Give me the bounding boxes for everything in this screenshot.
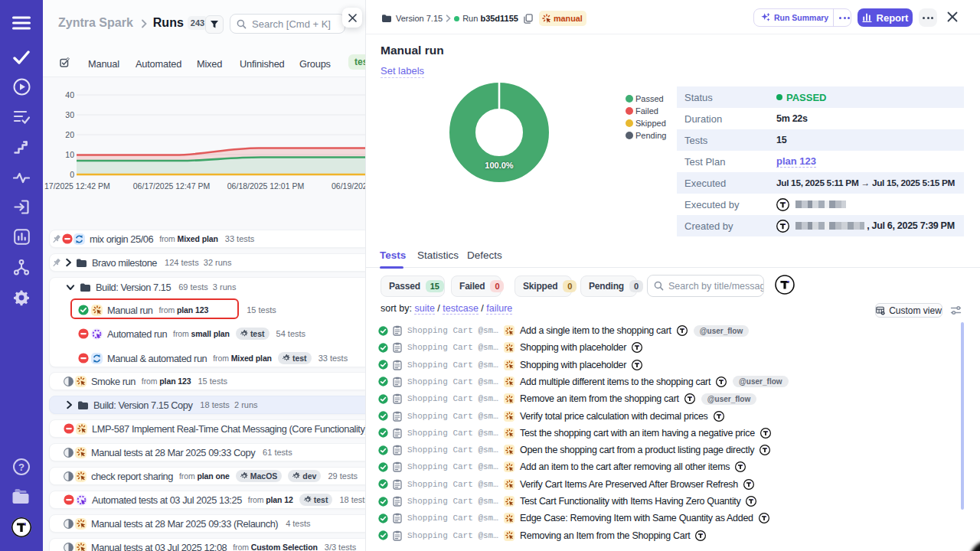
svg-text:10: 10	[65, 150, 74, 159]
svg-text:?: ?	[18, 461, 24, 473]
svg-text:100.0%: 100.0%	[485, 161, 514, 170]
svg-text:20: 20	[65, 130, 74, 139]
svg-text:0: 0	[70, 170, 74, 179]
svg-text:30: 30	[65, 110, 74, 119]
svg-text:40: 40	[65, 90, 74, 99]
